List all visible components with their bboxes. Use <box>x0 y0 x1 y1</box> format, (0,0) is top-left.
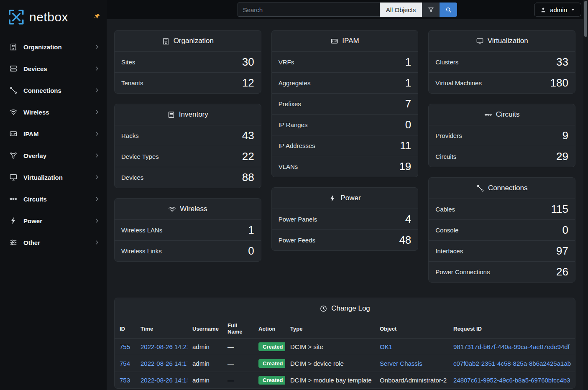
stat-row-ip-ranges[interactable]: IP Ranges 0 <box>272 114 418 135</box>
magnifier-icon <box>445 6 452 13</box>
transit-icon <box>9 195 18 203</box>
change-username: admin <box>192 377 210 384</box>
chevron-right-icon <box>94 174 100 180</box>
search-submit-button[interactable] <box>440 3 457 17</box>
sidebar-item-circuits[interactable]: Circuits <box>0 188 107 210</box>
stat-row-clusters[interactable]: Clusters 33 <box>429 51 575 72</box>
sidebar-item-overlay[interactable]: Overlay <box>0 145 107 166</box>
changelog-card: Change Log ID Time Username Full Name Ac… <box>114 298 575 389</box>
user-menu-button[interactable]: admin <box>534 3 581 17</box>
pin-sidebar-icon[interactable] <box>93 12 101 20</box>
monitor-icon <box>9 173 18 181</box>
stat-row-racks[interactable]: Racks 43 <box>115 125 261 146</box>
col-id: ID <box>115 319 135 339</box>
sidebar-item-ipam[interactable]: IPAM <box>0 123 107 145</box>
topbar: All Objects admin <box>107 0 588 19</box>
bolt-icon <box>9 217 18 225</box>
changelog-row: 755 2022-08-26 14:22 admin — Created DCI… <box>115 339 575 355</box>
chevron-right-icon <box>94 87 100 93</box>
stat-row-aggregates[interactable]: Aggregates 1 <box>272 72 418 93</box>
dashboard: Organization Sites 30 Tenants 12 Invento… <box>107 19 588 390</box>
organization-card: Organization Sites 30 Tenants 12 <box>114 30 261 94</box>
request-id-link[interactable]: 24807c61-9952-49c6-b8a5-69760bfcc4b3 <box>453 377 570 384</box>
list-icon <box>167 111 175 119</box>
power-card-title: Power <box>272 188 418 209</box>
dashboard-column-1: Organization Sites 30 Tenants 12 Invento… <box>114 30 261 262</box>
stat-row-power-feeds[interactable]: Power Feeds 48 <box>272 229 418 250</box>
building-icon <box>9 43 18 51</box>
request-id-link[interactable]: 9817317d-b67f-440a-99ca-4ae07ede94df <box>453 343 570 350</box>
col-username: Username <box>187 319 222 339</box>
brand[interactable]: netbox <box>0 0 107 33</box>
search-input[interactable] <box>238 3 380 17</box>
sidebar-item-devices[interactable]: Devices <box>0 58 107 79</box>
cable-icon <box>9 86 18 94</box>
stat-row-vrfs[interactable]: VRFs 1 <box>272 51 418 72</box>
stat-row-prefixes[interactable]: Prefixes 7 <box>272 93 418 114</box>
action-badge: Created <box>258 376 285 385</box>
col-type: Type <box>285 319 375 339</box>
circuits-card-title: Circuits <box>429 104 575 125</box>
stat-row-wireless-links[interactable]: Wireless Links 0 <box>115 240 261 261</box>
sidebar-item-wireless[interactable]: Wireless <box>0 101 107 123</box>
changelog-table: ID Time Username Full Name Action Type O… <box>115 319 575 388</box>
stat-row-power-connections[interactable]: Power Connections 26 <box>429 261 575 282</box>
chevron-right-icon <box>94 196 100 202</box>
col-object: Object <box>375 319 448 339</box>
virtualization-card-title: Virtualization <box>429 31 575 51</box>
stat-row-device-types[interactable]: Device Types 22 <box>115 146 261 167</box>
object-type-dropdown-button[interactable]: All Objects <box>380 3 422 17</box>
stat-row-devices[interactable]: Devices 88 <box>115 167 261 188</box>
sidebar-item-connections[interactable]: Connections <box>0 79 107 101</box>
user-label: admin <box>550 6 567 13</box>
change-time-link[interactable]: 2022-08-26 14:22 <box>141 343 187 350</box>
sidebar-item-organization[interactable]: Organization <box>0 36 107 58</box>
filter-button[interactable] <box>422 3 440 17</box>
request-id-link[interactable]: c07f0ab2-2351-4c58-825a-8b6a2425a1ab <box>453 360 571 367</box>
ipam-card: IPAM VRFs 1 Aggregates 1 Prefixes 7 <box>271 30 419 177</box>
inventory-card: Inventory Racks 43 Device Types 22 Devic… <box>114 104 261 188</box>
chevron-right-icon <box>94 109 100 115</box>
global-search: All Objects <box>238 3 458 17</box>
stat-row-wireless-lans[interactable]: Wireless LANs 1 <box>115 219 261 240</box>
brand-name: netbox <box>29 10 68 24</box>
stat-row-virtual-machines[interactable]: Virtual Machines 180 <box>429 72 575 93</box>
changelog-row: 754 2022-08-26 14:17 admin — Created DCI… <box>115 355 575 372</box>
sliders-icon <box>9 238 18 247</box>
change-id-link[interactable]: 755 <box>120 343 130 350</box>
wifi-icon <box>168 205 176 213</box>
stat-row-cables[interactable]: Cables 115 <box>429 199 575 219</box>
sidebar-item-other[interactable]: Other <box>0 232 107 253</box>
stat-row-console[interactable]: Console 0 <box>429 219 575 240</box>
change-time-link[interactable]: 2022-08-26 14:15 <box>141 377 187 384</box>
scrollbar-thumb[interactable] <box>584 1 587 37</box>
dashboard-column-2: IPAM VRFs 1 Aggregates 1 Prefixes 7 <box>271 30 419 251</box>
chevron-right-icon <box>94 240 100 245</box>
stat-row-power-panels[interactable]: Power Panels 4 <box>272 209 418 229</box>
stat-row-sites[interactable]: Sites 30 <box>115 51 261 72</box>
change-object: OnboardAdministrator-2 <box>380 377 447 384</box>
action-badge: Created <box>258 342 285 351</box>
change-object-link[interactable]: OK1 <box>380 343 392 350</box>
change-type: DCIM > module bay template <box>290 377 372 384</box>
stat-row-tenants[interactable]: Tenants 12 <box>115 72 261 93</box>
stat-row-circuits[interactable]: Circuits 29 <box>429 146 575 167</box>
bolt-icon <box>329 194 337 202</box>
stat-row-vlans[interactable]: VLANs 19 <box>272 156 418 177</box>
clock-icon <box>320 305 327 313</box>
scrollbar[interactable] <box>583 0 588 390</box>
action-badge: Created <box>258 359 285 368</box>
chevron-right-icon <box>94 218 100 224</box>
change-object-link[interactable]: Server Chassis <box>380 360 422 367</box>
stat-row-providers[interactable]: Providers 9 <box>429 125 575 146</box>
chevron-right-icon <box>94 131 100 137</box>
change-id-link[interactable]: 753 <box>120 377 130 384</box>
stat-row-interfaces[interactable]: Interfaces 97 <box>429 240 575 261</box>
sidebar-item-power[interactable]: Power <box>0 210 107 232</box>
change-time-link[interactable]: 2022-08-26 14:17 <box>141 360 187 367</box>
change-id-link[interactable]: 754 <box>120 360 130 367</box>
changelog-header-row: ID Time Username Full Name Action Type O… <box>115 319 575 339</box>
stat-row-ip-addresses[interactable]: IP Addresses 11 <box>272 135 418 156</box>
circuits-card: Circuits Providers 9 Circuits 29 <box>428 104 575 167</box>
sidebar-item-virtualization[interactable]: Virtualization <box>0 166 107 188</box>
